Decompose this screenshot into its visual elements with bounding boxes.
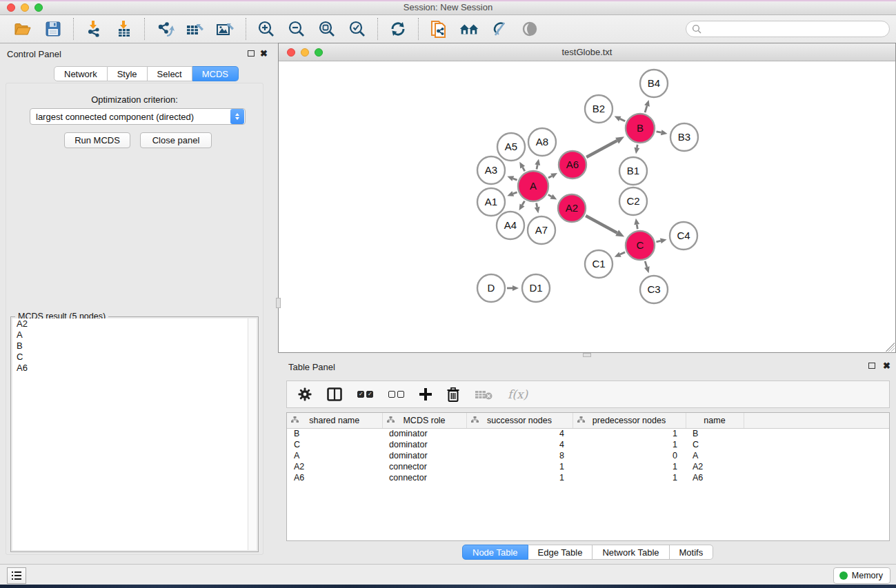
mcds-result-item[interactable]: A2 bbox=[12, 318, 248, 330]
open-session-button[interactable] bbox=[12, 19, 33, 39]
add-column-button[interactable] bbox=[419, 386, 432, 403]
graph-node-A[interactable]: A bbox=[518, 171, 548, 201]
graph-edge-B-B3[interactable] bbox=[657, 130, 668, 135]
mcds-result-item[interactable]: A bbox=[12, 330, 248, 341]
table-row[interactable]: A2connector11A2 bbox=[287, 461, 889, 472]
search-input[interactable] bbox=[705, 24, 884, 34]
table-row[interactable]: Cdominator41C bbox=[287, 439, 889, 450]
graph-edge-A6-B[interactable] bbox=[586, 136, 624, 157]
table-row[interactable]: Bdominator41B bbox=[287, 428, 889, 439]
tab-edge-table[interactable]: Edge Table bbox=[528, 545, 593, 560]
graph-node-C[interactable]: C bbox=[626, 231, 655, 260]
run-mcds-button[interactable]: Run MCDS bbox=[64, 132, 130, 148]
graph-node-B2[interactable]: B2 bbox=[585, 95, 613, 123]
mcds-result-list[interactable]: A2ABCA6 bbox=[12, 318, 248, 550]
network-resize-grip[interactable] bbox=[886, 343, 895, 352]
search-box[interactable] bbox=[686, 21, 890, 37]
table-cell[interactable]: C bbox=[287, 439, 382, 450]
table-cell[interactable]: dominator bbox=[382, 428, 466, 439]
table-panel-float-icon[interactable] bbox=[868, 363, 875, 369]
graph-edge-A-A5[interactable] bbox=[519, 162, 525, 171]
graph-edge-C-C2[interactable] bbox=[634, 219, 639, 230]
table-cell[interactable]: 1 bbox=[573, 472, 686, 483]
tab-mcds[interactable]: MCDS bbox=[192, 66, 239, 81]
tab-node-table[interactable]: Node Table bbox=[462, 545, 528, 560]
mcds-result-item[interactable]: B bbox=[12, 341, 248, 352]
graph-node-A2[interactable]: A2 bbox=[558, 194, 586, 222]
graph-node-B4[interactable]: B4 bbox=[640, 70, 668, 97]
graph-edge-B-B2[interactable] bbox=[615, 116, 626, 121]
tab-motifs[interactable]: Motifs bbox=[670, 545, 714, 560]
graph-edge-C-C4[interactable] bbox=[656, 238, 666, 243]
table-cell[interactable]: 1 bbox=[466, 472, 573, 483]
tab-select[interactable]: Select bbox=[148, 66, 192, 81]
table-cell[interactable]: 1 bbox=[573, 428, 686, 439]
graph-node-B3[interactable]: B3 bbox=[670, 123, 698, 151]
table-cell[interactable]: dominator bbox=[382, 439, 466, 450]
task-history-button[interactable] bbox=[7, 567, 26, 584]
table-row[interactable]: Adominator80A bbox=[287, 450, 889, 461]
zoom-selected-button[interactable] bbox=[347, 19, 368, 39]
graph-node-A5[interactable]: A5 bbox=[497, 133, 525, 161]
show-columns-button[interactable] bbox=[327, 386, 342, 403]
graph-edge-A-A3[interactable] bbox=[507, 176, 517, 181]
network-canvas-svg[interactable]: B4B2BB3A5A8A6A3B1AA1C2A2A4A7C4CC1DD1C3 bbox=[279, 61, 895, 352]
control-panel-close-icon[interactable]: ✖ bbox=[260, 48, 268, 59]
export-image-button[interactable] bbox=[215, 19, 236, 39]
memory-button[interactable]: Memory bbox=[833, 567, 890, 584]
graph-edge-D-D1[interactable] bbox=[507, 285, 519, 291]
table-cell[interactable]: connector bbox=[382, 472, 466, 483]
graph-node-A8[interactable]: A8 bbox=[528, 128, 556, 156]
column-header-predecessor-nodes[interactable]: predecessor nodes bbox=[573, 413, 686, 428]
table-cell[interactable]: dominator bbox=[382, 450, 466, 461]
table-cell[interactable]: A bbox=[686, 450, 744, 461]
select-all-button[interactable] bbox=[357, 386, 373, 403]
graph-edge-A-A2[interactable] bbox=[548, 194, 557, 200]
deselect-all-button[interactable] bbox=[388, 386, 404, 403]
tab-network[interactable]: Network bbox=[54, 66, 108, 81]
graph-edge-C-C3[interactable] bbox=[644, 261, 650, 273]
table-cell[interactable]: B bbox=[686, 428, 744, 439]
delete-column-button[interactable] bbox=[447, 386, 459, 403]
node-table[interactable]: shared name MCDS role successor nodes pr… bbox=[286, 412, 890, 541]
table-cell[interactable]: A2 bbox=[287, 461, 382, 472]
table-cell[interactable]: A2 bbox=[686, 461, 744, 472]
zoom-in-button[interactable] bbox=[256, 19, 277, 39]
network-window-titlebar[interactable]: testGlobe.txt bbox=[279, 43, 895, 61]
mcds-result-item[interactable]: C bbox=[12, 352, 248, 363]
graph-node-A7[interactable]: A7 bbox=[528, 216, 555, 244]
graph-edge-C-C1[interactable] bbox=[615, 252, 625, 256]
vertical-split-grip[interactable] bbox=[276, 298, 281, 308]
eye-button[interactable] bbox=[519, 19, 540, 39]
graph-node-C1[interactable]: C1 bbox=[585, 250, 613, 278]
column-header-successor-nodes[interactable]: successor nodes bbox=[466, 413, 573, 428]
graph-edge-A-A6[interactable] bbox=[548, 173, 557, 179]
graph-node-B[interactable]: B bbox=[626, 114, 655, 143]
column-header-shared-name[interactable]: shared name bbox=[287, 413, 382, 428]
graph-node-A4[interactable]: A4 bbox=[497, 212, 524, 239]
table-cell[interactable]: 1 bbox=[573, 461, 686, 472]
graph-node-A1[interactable]: A1 bbox=[477, 188, 505, 216]
graph-node-C2[interactable]: C2 bbox=[619, 187, 647, 215]
new-network-from-selection-button[interactable] bbox=[428, 19, 449, 39]
column-header-name[interactable]: name bbox=[686, 413, 744, 428]
table-cell[interactable]: 4 bbox=[466, 439, 573, 450]
graph-edge-B-B1[interactable] bbox=[634, 145, 639, 154]
table-panel-close-icon[interactable]: ✖ bbox=[883, 361, 890, 371]
table-cell[interactable]: 0 bbox=[573, 450, 686, 461]
export-table-button[interactable] bbox=[185, 19, 206, 39]
table-cell[interactable]: A6 bbox=[686, 472, 744, 483]
graph-node-B1[interactable]: B1 bbox=[619, 157, 647, 185]
graph-edge-A-A7[interactable] bbox=[535, 203, 540, 214]
table-cell[interactable]: 4 bbox=[466, 428, 573, 439]
zoom-out-button[interactable] bbox=[286, 19, 307, 39]
table-cell[interactable]: A bbox=[287, 450, 382, 461]
table-row[interactable]: A6connector11A6 bbox=[287, 472, 889, 483]
close-panel-button[interactable]: Close panel bbox=[140, 132, 212, 148]
export-network-button[interactable] bbox=[155, 19, 175, 39]
graph-node-C3[interactable]: C3 bbox=[640, 276, 668, 303]
graph-node-A3[interactable]: A3 bbox=[477, 156, 505, 184]
import-table-button[interactable] bbox=[114, 19, 135, 39]
graph-node-D1[interactable]: D1 bbox=[522, 274, 550, 302]
tab-style[interactable]: Style bbox=[108, 66, 148, 81]
